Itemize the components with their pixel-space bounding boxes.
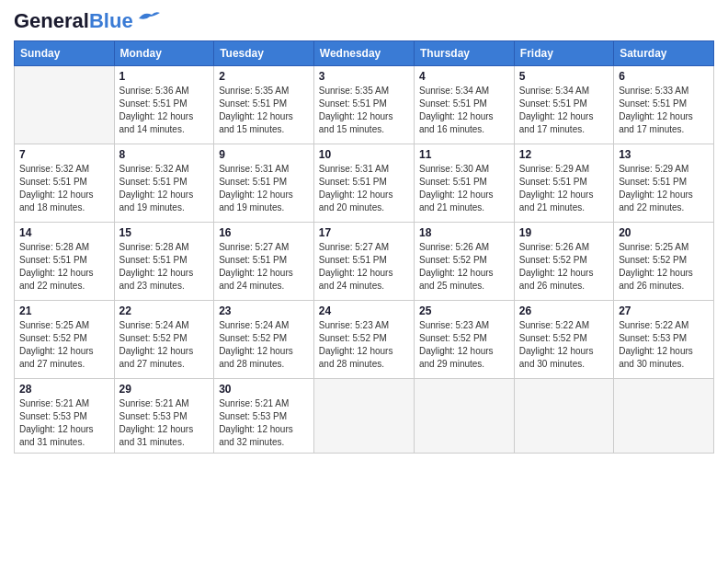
day-number: 27: [619, 304, 709, 317]
day-header-tuesday: Tuesday: [214, 41, 314, 66]
day-number: 9: [219, 148, 309, 161]
day-info: Sunrise: 5:30 AM Sunset: 5:51 PM Dayligh…: [419, 163, 509, 214]
day-number: 15: [119, 226, 210, 239]
day-info: Sunrise: 5:27 AM Sunset: 5:51 PM Dayligh…: [319, 241, 409, 293]
calendar-cell: 20Sunrise: 5:25 AM Sunset: 5:52 PM Dayli…: [614, 223, 714, 301]
calendar-cell: [414, 379, 514, 454]
calendar-cell: 27Sunrise: 5:22 AM Sunset: 5:53 PM Dayli…: [614, 301, 714, 379]
calendar-cell: 2Sunrise: 5:35 AM Sunset: 5:51 PM Daylig…: [214, 66, 314, 144]
day-header-thursday: Thursday: [414, 41, 514, 66]
week-row-3: 14Sunrise: 5:28 AM Sunset: 5:51 PM Dayli…: [15, 223, 714, 301]
calendar-cell: 15Sunrise: 5:28 AM Sunset: 5:51 PM Dayli…: [114, 223, 214, 301]
logo-blue: Blue: [89, 9, 133, 32]
day-number: 29: [119, 383, 210, 396]
calendar-cell: 23Sunrise: 5:24 AM Sunset: 5:52 PM Dayli…: [214, 301, 314, 379]
calendar-cell: 21Sunrise: 5:25 AM Sunset: 5:52 PM Dayli…: [15, 301, 115, 379]
calendar-cell: 9Sunrise: 5:31 AM Sunset: 5:51 PM Daylig…: [214, 144, 314, 223]
calendar-cell: 18Sunrise: 5:26 AM Sunset: 5:52 PM Dayli…: [414, 223, 514, 301]
calendar-cell: 19Sunrise: 5:26 AM Sunset: 5:52 PM Dayli…: [514, 223, 613, 301]
day-number: 11: [419, 148, 509, 161]
day-info: Sunrise: 5:35 AM Sunset: 5:51 PM Dayligh…: [219, 85, 309, 136]
day-info: Sunrise: 5:27 AM Sunset: 5:51 PM Dayligh…: [219, 241, 309, 293]
calendar-cell: [614, 379, 714, 454]
calendar-cell: 25Sunrise: 5:23 AM Sunset: 5:52 PM Dayli…: [414, 301, 514, 379]
day-number: 18: [419, 226, 509, 239]
calendar-cell: 14Sunrise: 5:28 AM Sunset: 5:51 PM Dayli…: [15, 223, 115, 301]
day-info: Sunrise: 5:24 AM Sunset: 5:52 PM Dayligh…: [219, 319, 309, 371]
calendar-cell: 24Sunrise: 5:23 AM Sunset: 5:52 PM Dayli…: [313, 301, 414, 379]
day-info: Sunrise: 5:25 AM Sunset: 5:52 PM Dayligh…: [619, 241, 709, 293]
day-number: 23: [219, 304, 309, 317]
day-number: 19: [519, 226, 609, 239]
calendar-cell: 16Sunrise: 5:27 AM Sunset: 5:51 PM Dayli…: [214, 223, 314, 301]
day-header-friday: Friday: [514, 41, 613, 66]
day-number: 24: [319, 304, 409, 317]
day-info: Sunrise: 5:28 AM Sunset: 5:51 PM Dayligh…: [19, 241, 109, 293]
day-number: 12: [519, 148, 609, 161]
day-number: 1: [119, 70, 210, 83]
day-number: 7: [19, 148, 109, 161]
calendar-cell: [15, 66, 115, 144]
calendar-table: SundayMondayTuesdayWednesdayThursdayFrid…: [14, 40, 714, 454]
calendar-cell: 11Sunrise: 5:30 AM Sunset: 5:51 PM Dayli…: [414, 144, 514, 223]
day-number: 20: [619, 226, 709, 239]
day-info: Sunrise: 5:21 AM Sunset: 5:53 PM Dayligh…: [219, 397, 309, 449]
logo-bird-icon: [135, 9, 161, 26]
calendar-cell: 22Sunrise: 5:24 AM Sunset: 5:52 PM Dayli…: [114, 301, 214, 379]
day-number: 13: [619, 148, 709, 161]
day-number: 2: [219, 70, 309, 83]
day-info: Sunrise: 5:36 AM Sunset: 5:51 PM Dayligh…: [119, 85, 210, 136]
day-number: 26: [519, 304, 609, 317]
day-info: Sunrise: 5:33 AM Sunset: 5:51 PM Dayligh…: [619, 85, 709, 136]
day-number: 8: [119, 148, 210, 161]
day-info: Sunrise: 5:24 AM Sunset: 5:52 PM Dayligh…: [119, 319, 210, 371]
day-number: 25: [419, 304, 509, 317]
calendar-cell: 30Sunrise: 5:21 AM Sunset: 5:53 PM Dayli…: [214, 379, 314, 454]
calendar-cell: 1Sunrise: 5:36 AM Sunset: 5:51 PM Daylig…: [114, 66, 214, 144]
week-row-5: 28Sunrise: 5:21 AM Sunset: 5:53 PM Dayli…: [15, 379, 714, 454]
week-row-4: 21Sunrise: 5:25 AM Sunset: 5:52 PM Dayli…: [15, 301, 714, 379]
calendar-cell: 5Sunrise: 5:34 AM Sunset: 5:51 PM Daylig…: [514, 66, 613, 144]
day-info: Sunrise: 5:34 AM Sunset: 5:51 PM Dayligh…: [419, 85, 509, 136]
day-number: 14: [19, 226, 109, 239]
day-header-saturday: Saturday: [614, 41, 714, 66]
day-number: 17: [319, 226, 409, 239]
day-number: 30: [219, 383, 309, 396]
calendar-cell: [313, 379, 414, 454]
calendar-cell: 13Sunrise: 5:29 AM Sunset: 5:51 PM Dayli…: [614, 144, 714, 223]
day-info: Sunrise: 5:26 AM Sunset: 5:52 PM Dayligh…: [519, 241, 609, 293]
week-row-2: 7Sunrise: 5:32 AM Sunset: 5:51 PM Daylig…: [15, 144, 714, 223]
calendar-cell: 7Sunrise: 5:32 AM Sunset: 5:51 PM Daylig…: [15, 144, 115, 223]
calendar-cell: 28Sunrise: 5:21 AM Sunset: 5:53 PM Dayli…: [15, 379, 115, 454]
day-info: Sunrise: 5:28 AM Sunset: 5:51 PM Dayligh…: [119, 241, 210, 293]
calendar-cell: 29Sunrise: 5:21 AM Sunset: 5:53 PM Dayli…: [114, 379, 214, 454]
calendar-cell: 17Sunrise: 5:27 AM Sunset: 5:51 PM Dayli…: [313, 223, 414, 301]
logo-text: GeneralBlue: [14, 9, 133, 33]
calendar-cell: [514, 379, 613, 454]
day-info: Sunrise: 5:32 AM Sunset: 5:51 PM Dayligh…: [19, 163, 109, 214]
day-number: 5: [519, 70, 609, 83]
day-info: Sunrise: 5:31 AM Sunset: 5:51 PM Dayligh…: [219, 163, 309, 214]
day-number: 4: [419, 70, 509, 83]
calendar-cell: 12Sunrise: 5:29 AM Sunset: 5:51 PM Dayli…: [514, 144, 613, 223]
day-number: 28: [19, 383, 109, 396]
day-number: 10: [319, 148, 409, 161]
day-info: Sunrise: 5:31 AM Sunset: 5:51 PM Dayligh…: [319, 163, 409, 214]
day-number: 22: [119, 304, 210, 317]
day-info: Sunrise: 5:22 AM Sunset: 5:52 PM Dayligh…: [519, 319, 609, 371]
day-info: Sunrise: 5:21 AM Sunset: 5:53 PM Dayligh…: [119, 397, 210, 449]
day-info: Sunrise: 5:21 AM Sunset: 5:53 PM Dayligh…: [19, 397, 109, 449]
day-info: Sunrise: 5:29 AM Sunset: 5:51 PM Dayligh…: [619, 163, 709, 214]
calendar-header-row: SundayMondayTuesdayWednesdayThursdayFrid…: [15, 41, 714, 66]
day-number: 6: [619, 70, 709, 83]
calendar-cell: 26Sunrise: 5:22 AM Sunset: 5:52 PM Dayli…: [514, 301, 613, 379]
logo: GeneralBlue: [14, 9, 161, 33]
day-info: Sunrise: 5:34 AM Sunset: 5:51 PM Dayligh…: [519, 85, 609, 136]
day-info: Sunrise: 5:32 AM Sunset: 5:51 PM Dayligh…: [119, 163, 210, 214]
day-info: Sunrise: 5:23 AM Sunset: 5:52 PM Dayligh…: [319, 319, 409, 371]
logo-general: General: [14, 9, 89, 32]
header: GeneralBlue: [14, 9, 714, 33]
day-info: Sunrise: 5:26 AM Sunset: 5:52 PM Dayligh…: [419, 241, 509, 293]
calendar-cell: 4Sunrise: 5:34 AM Sunset: 5:51 PM Daylig…: [414, 66, 514, 144]
day-info: Sunrise: 5:29 AM Sunset: 5:51 PM Dayligh…: [519, 163, 609, 214]
